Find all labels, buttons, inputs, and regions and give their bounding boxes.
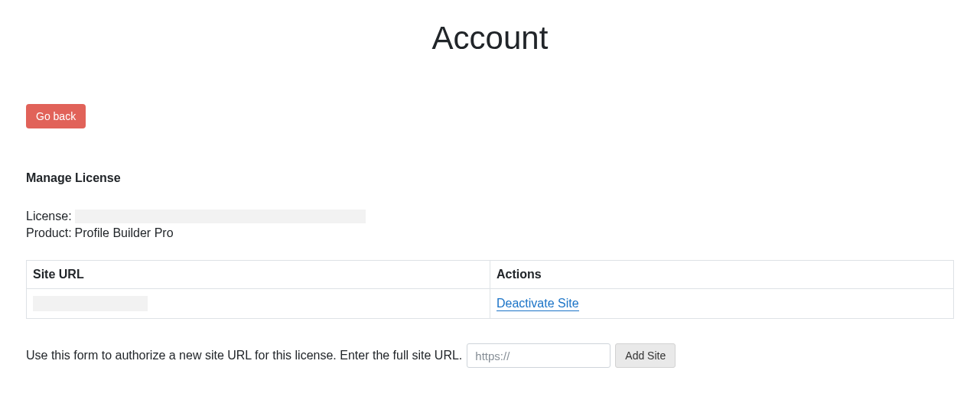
table-row: Deactivate Site	[27, 289, 954, 319]
site-url-value-redacted	[33, 296, 148, 311]
actions-cell: Deactivate Site	[490, 289, 954, 319]
go-back-button[interactable]: Go back	[26, 104, 86, 128]
column-header-actions: Actions	[490, 261, 954, 289]
add-site-button[interactable]: Add Site	[615, 343, 676, 368]
product-value: Profile Builder Pro	[75, 226, 174, 240]
site-url-input[interactable]	[467, 343, 610, 368]
site-url-cell	[27, 289, 490, 319]
license-value-redacted	[75, 210, 366, 223]
manage-license-heading: Manage License	[26, 171, 954, 185]
deactivate-site-link[interactable]: Deactivate Site	[497, 297, 579, 311]
sites-table: Site URL Actions Deactivate Site	[26, 260, 954, 319]
product-label: Product:	[26, 226, 72, 240]
add-site-description: Use this form to authorize a new site UR…	[26, 349, 462, 362]
page-title: Account	[26, 20, 954, 57]
license-line: License:	[26, 210, 954, 223]
column-header-site-url: Site URL	[27, 261, 490, 289]
license-label: License:	[26, 210, 72, 223]
add-site-form: Use this form to authorize a new site UR…	[26, 343, 954, 368]
product-line: Product: Profile Builder Pro	[26, 226, 954, 240]
